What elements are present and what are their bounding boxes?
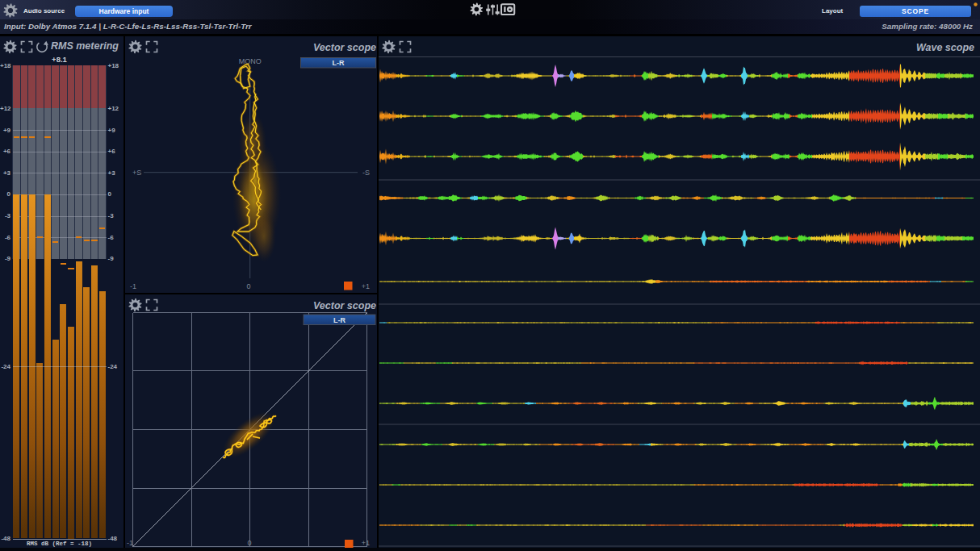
svg-text:0: 0 (247, 539, 251, 547)
svg-text:+1: +1 (362, 539, 370, 547)
svg-text:L-R: L-R (333, 59, 345, 67)
svg-text:-1: -1 (130, 282, 136, 290)
svg-text:MONO: MONO (239, 57, 262, 65)
svg-text:Wave scope: Wave scope (916, 42, 974, 53)
svg-text:L-R: L-R (333, 316, 346, 324)
svg-text:-S: -S (362, 169, 370, 177)
svg-text:Vector scope: Vector scope (313, 42, 376, 53)
svg-text:-1: -1 (127, 539, 133, 547)
svg-text:Vector scope: Vector scope (313, 300, 376, 311)
svg-text:+S: +S (132, 169, 141, 177)
svg-text:+1: +1 (362, 282, 370, 290)
svg-text:0: 0 (246, 282, 250, 290)
